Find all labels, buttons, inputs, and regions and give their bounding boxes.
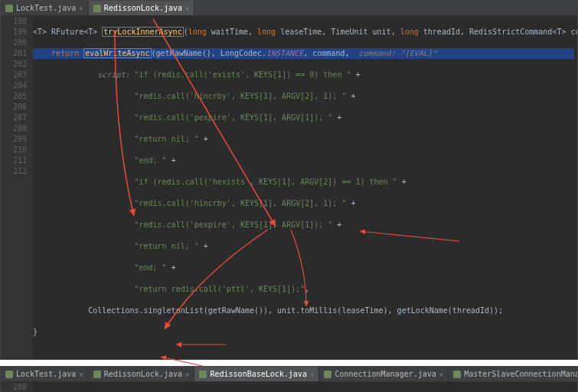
close-icon[interactable]: × bbox=[79, 5, 83, 12]
code-lines[interactable]: <T> RFuture<T> tryLockInnerAsync(long wa… bbox=[33, 16, 577, 359]
code-line: "return redis.call('pttl', KEYS[1]);", bbox=[33, 284, 574, 295]
java-icon bbox=[5, 5, 13, 12]
code-line: <T> RFuture<T> tryLockInnerAsync(long wa… bbox=[33, 27, 574, 38]
java-icon bbox=[324, 371, 331, 378]
fn-evalwriteasync: evalWriteAsync bbox=[83, 48, 151, 58]
code-line: Collections.singletonList(getRawName()),… bbox=[33, 305, 574, 316]
code-lines[interactable]: protected <T> RFuture<T> evalWriteAsync(… bbox=[33, 382, 577, 392]
close-icon[interactable]: × bbox=[185, 5, 189, 12]
tab-masterslave[interactable]: MasterSlaveConnectionManager.java× bbox=[449, 367, 577, 381]
tab-label: MasterSlaveConnectionManager.java bbox=[464, 370, 577, 378]
code-line: "end; " + bbox=[33, 263, 574, 273]
gutter: 198199200 201202203 204205206 207208209 … bbox=[1, 16, 33, 359]
tab-redissonlock[interactable]: RedissonLock.java× bbox=[89, 367, 195, 381]
tab-label: RedissonLock.java bbox=[104, 370, 182, 378]
code-line: "end; " + bbox=[33, 155, 574, 166]
code-line: "redis.call('hincrby', KEYS[1], ARGV[2],… bbox=[33, 91, 574, 102]
code-line-highlighted: return evalWriteAsync(getRawName(), Long… bbox=[33, 48, 574, 59]
tab-label: RedissonBaseLock.java bbox=[210, 370, 306, 378]
tab-bar: LockTest.java× RedissonLock.java× bbox=[1, 1, 577, 16]
tab-bar: LockTest.java× RedissonLock.java× Rediss… bbox=[1, 367, 577, 382]
java-icon bbox=[5, 371, 13, 378]
code-line: "redis.call('pexpire', KEYS[1], ARGV[1])… bbox=[33, 220, 574, 230]
code-line: script: "if (redis.call('exists', KEYS[1… bbox=[33, 70, 574, 80]
java-icon bbox=[453, 371, 461, 378]
code-line: } bbox=[33, 327, 574, 338]
fn-trylockinnerasync: tryLockInnerAsync bbox=[102, 27, 183, 37]
code-line: "redis.call('pexpire', KEYS[1], ARGV[1])… bbox=[33, 113, 574, 123]
tab-redissonlock[interactable]: RedissonLock.java× bbox=[89, 1, 195, 15]
close-icon[interactable]: × bbox=[79, 371, 83, 378]
code-area[interactable]: 198199200 201202203 204205206 207208209 … bbox=[1, 16, 577, 359]
close-icon[interactable]: × bbox=[185, 371, 189, 378]
code-line: "return nil; " + bbox=[33, 241, 574, 252]
editor-panel-2: LockTest.java× RedissonLock.java× Rediss… bbox=[0, 366, 578, 392]
close-icon[interactable]: × bbox=[310, 371, 314, 378]
editor-panel-1: LockTest.java× RedissonLock.java× 198199… bbox=[0, 0, 578, 360]
code-area[interactable]: 288289 310311 312313 protected <T> RFutu… bbox=[1, 382, 577, 392]
tab-locktest[interactable]: LockTest.java× bbox=[1, 1, 89, 15]
tab-label: RedissonLock.java bbox=[104, 4, 182, 12]
java-icon bbox=[93, 5, 101, 12]
code-line: "return nil; " + bbox=[33, 134, 574, 145]
tab-label: ConnectionManager.java bbox=[335, 370, 436, 378]
java-icon bbox=[93, 371, 101, 378]
tab-label: LockTest.java bbox=[16, 4, 76, 12]
gutter: 288289 310311 312313 bbox=[1, 382, 33, 392]
tab-redissonbaselock[interactable]: RedissonBaseLock.java× bbox=[194, 367, 319, 381]
code-line: "redis.call('hincrby', KEYS[1], ARGV[2],… bbox=[33, 198, 574, 209]
tab-connectionmanager[interactable]: ConnectionManager.java× bbox=[319, 367, 449, 381]
tab-locktest[interactable]: LockTest.java× bbox=[1, 367, 89, 381]
code-line: "if (redis.call('hexists', KEYS[1], ARGV… bbox=[33, 177, 574, 188]
tab-label: LockTest.java bbox=[16, 370, 76, 378]
java-icon bbox=[199, 371, 207, 378]
close-icon[interactable]: × bbox=[439, 371, 443, 378]
